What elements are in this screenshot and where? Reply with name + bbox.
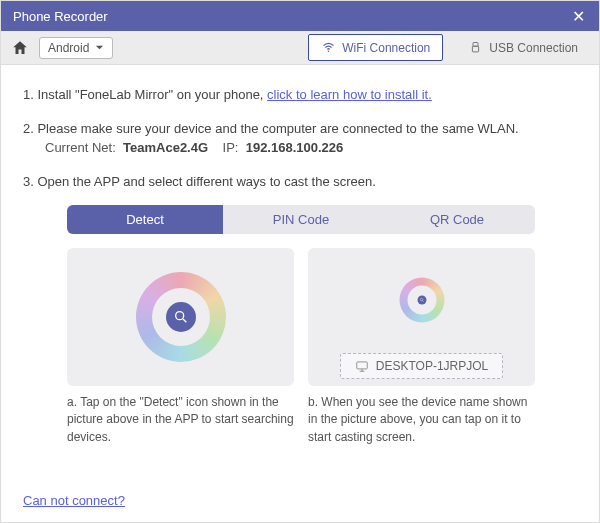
ip-value: 192.168.100.226 — [246, 140, 344, 155]
titlebar: Phone Recorder ✕ — [1, 1, 600, 31]
usb-icon — [468, 40, 483, 55]
close-icon[interactable]: ✕ — [566, 5, 591, 28]
wifi-icon — [321, 40, 336, 55]
usb-connection-label: USB Connection — [489, 41, 578, 55]
step-2-text: 2. Please make sure your device and the … — [23, 121, 519, 136]
step-2: 2. Please make sure your device and the … — [23, 119, 579, 158]
captions: a. Tap on the "Detect" icon shown in the… — [67, 394, 535, 446]
caption-a: a. Tap on the "Detect" icon shown in the… — [67, 394, 294, 446]
monitor-icon — [355, 359, 369, 373]
cannot-connect-link[interactable]: Can not connect? — [23, 493, 125, 508]
svg-rect-7 — [357, 362, 368, 369]
svg-rect-2 — [473, 46, 479, 52]
cast-mode-tabs: Detect PIN Code QR Code — [67, 205, 535, 234]
detect-panel — [67, 248, 294, 386]
caption-b: b. When you see the device name shown in… — [308, 394, 535, 446]
toolbar: Android WiFi Connection USB Connection — [1, 31, 600, 65]
ip-label: IP: — [223, 140, 239, 155]
tab-qr-code[interactable]: QR Code — [379, 205, 535, 234]
tab-pin-code[interactable]: PIN Code — [223, 205, 379, 234]
device-name-box[interactable]: DESKTOP-1JRPJOL — [340, 353, 503, 379]
tab-detect[interactable]: Detect — [67, 205, 223, 234]
usb-connection-button[interactable]: USB Connection — [455, 34, 591, 61]
step-3: 3. Open the APP and select different way… — [23, 172, 579, 192]
instruction-panels: DESKTOP-1JRPJOL — [67, 248, 535, 386]
svg-point-3 — [175, 312, 183, 320]
wifi-connection-label: WiFi Connection — [342, 41, 430, 55]
svg-line-4 — [183, 319, 186, 322]
magnifier-icon-small — [417, 296, 426, 305]
detect-ring-small — [399, 278, 444, 323]
device-dropdown-label: Android — [48, 41, 89, 55]
install-link[interactable]: click to learn how to install it. — [267, 87, 432, 102]
step-1: 1. Install "FoneLab Mirror" on your phon… — [23, 85, 579, 105]
content: 1. Install "FoneLab Mirror" on your phon… — [1, 65, 600, 458]
window-title: Phone Recorder — [13, 9, 108, 24]
svg-point-5 — [420, 298, 423, 301]
magnifier-icon — [166, 302, 196, 332]
home-icon[interactable] — [11, 39, 29, 57]
step-1-text: 1. Install "FoneLab Mirror" on your phon… — [23, 87, 267, 102]
device-name-text: DESKTOP-1JRPJOL — [376, 359, 488, 373]
device-dropdown[interactable]: Android — [39, 37, 113, 59]
chevron-down-icon — [95, 43, 104, 52]
current-net-value: TeamAce2.4G — [123, 140, 208, 155]
svg-rect-1 — [473, 43, 478, 47]
detect-ring — [136, 272, 226, 362]
current-net-label: Current Net: — [45, 140, 116, 155]
wifi-connection-button[interactable]: WiFi Connection — [308, 34, 443, 61]
device-panel: DESKTOP-1JRPJOL — [308, 248, 535, 386]
network-info: Current Net: TeamAce2.4G IP: 192.168.100… — [45, 138, 579, 158]
svg-point-0 — [328, 51, 330, 53]
